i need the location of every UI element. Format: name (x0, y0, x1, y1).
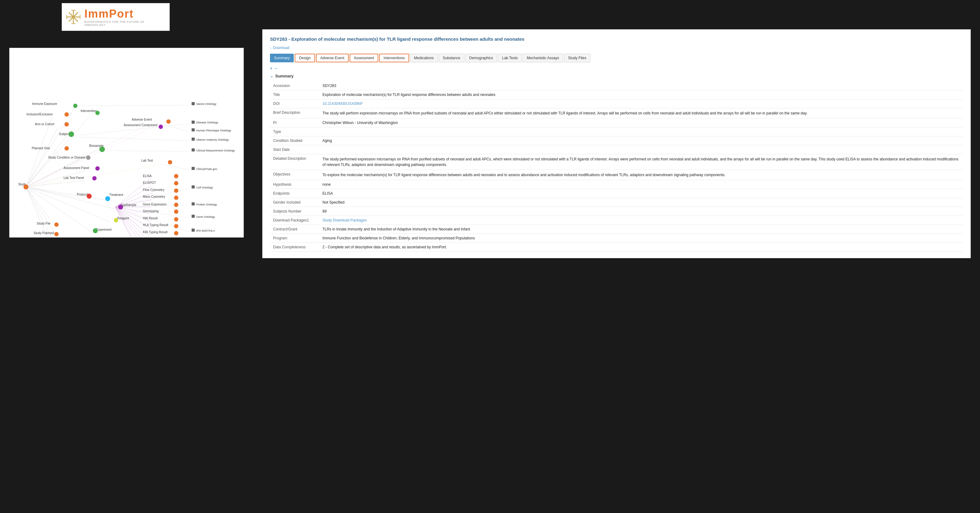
field-hypothesis-value: none (319, 180, 963, 189)
field-endpoints-value: ELISA (319, 189, 963, 198)
table-row: Data Completeness 2 - Complete set of de… (270, 243, 963, 252)
download-icon: ↓ (270, 46, 272, 50)
field-pi-value: Christopher Wilson - University of Washi… (319, 118, 963, 127)
svg-point-71 (114, 218, 118, 222)
svg-point-58 (24, 184, 29, 189)
svg-point-83 (174, 174, 178, 178)
svg-rect-103 (192, 186, 195, 189)
svg-point-85 (174, 189, 178, 193)
field-detailed-desc-label: Detailed Description (270, 154, 319, 170)
table-row: Title Exploration of molecular mechanism… (270, 91, 963, 99)
tab-adverse-event[interactable]: Adverse Event (316, 54, 349, 62)
graph-label-genotyping: Genotyping (143, 210, 159, 213)
svg-point-90 (174, 224, 178, 228)
tab-assessment[interactable]: Assessment (350, 54, 378, 62)
field-accession-label: Accession (270, 81, 319, 91)
graph-label-subject: Subject (59, 132, 69, 136)
graph-label-hla-typing: HLA Typing Result (143, 223, 168, 227)
ontology-vaccine: Vacine Ontology (196, 102, 216, 105)
graph-label-expsample: ExpSample (121, 203, 137, 206)
tab-mechanistic-assays[interactable]: Mechanistic Assays (523, 54, 563, 62)
doi-link[interactable]: 10.21430/M30USX09NF (323, 102, 363, 106)
field-detailed-desc-value: The study performed expression microarra… (319, 154, 963, 170)
ontology-cell: Cell Ontology (196, 186, 213, 189)
field-data-completeness-label: Data Completeness (270, 243, 319, 252)
nav-tabs: Summary Design Adverse Event Assessment … (270, 54, 963, 62)
field-accession-value: SDY283 (319, 81, 963, 91)
summary-chevron-icon: ⌄ (270, 74, 274, 78)
svg-point-91 (174, 231, 178, 235)
table-row: Brief Description The study will perform… (270, 108, 963, 118)
expand-all-btn[interactable]: + (270, 66, 272, 71)
tab-interventions[interactable]: Interventions (379, 54, 409, 62)
study-download-packages-link[interactable]: Study Download Packages (323, 218, 367, 222)
snowflake-icon (65, 9, 82, 25)
tab-design[interactable]: Design (295, 54, 315, 62)
graph-label-experiment: Experiment (96, 228, 112, 231)
graph-label-condition: Study Condition or Disease (48, 156, 86, 159)
table-row: DOI 10.21430/M30USX09NF (270, 99, 963, 108)
graph-label-elisa: ELISA (143, 174, 152, 178)
svg-point-87 (174, 203, 178, 207)
field-objectives-value: To explore the molecular mechanism(s) fo… (319, 170, 963, 180)
field-start-date-label: Start Date (270, 145, 319, 154)
logo-title: ImmPort (84, 7, 166, 21)
table-row: Endpoints ELISA (270, 189, 963, 198)
graph-label-planned-visit: Planned Visit (32, 146, 50, 150)
table-row: Gender Included Not Specified (270, 198, 963, 207)
collapse-all-btn[interactable]: − (275, 66, 277, 71)
svg-rect-99 (192, 128, 195, 132)
download-label: Download (273, 46, 290, 50)
field-pi-label: PI (270, 118, 319, 127)
field-contract-label: Contract/Grant (270, 225, 319, 234)
svg-rect-100 (192, 138, 195, 141)
tab-study-files[interactable]: Study Files (564, 54, 590, 62)
field-subjects-value: 89 (319, 207, 963, 216)
svg-rect-101 (192, 148, 195, 151)
summary-section-header[interactable]: ⌄ Summary (270, 74, 963, 78)
tab-medications[interactable]: Medications (410, 54, 438, 62)
graph-label-mass-cytometry: Mass Cytometry (143, 195, 165, 199)
graph-label-luminex: Luminex/MBAA (143, 237, 164, 238)
download-link[interactable]: ↓ Download (270, 46, 290, 50)
ontology-ipd: IPD-IMGT/HLA (196, 229, 215, 232)
graph-label-gene-expression: Gene Expression (143, 203, 167, 206)
svg-point-65 (99, 146, 105, 152)
graph-label-lab-test: Lab Test (141, 159, 153, 162)
svg-point-75 (54, 222, 59, 227)
graph-label-elispot: ELISPOT (143, 181, 156, 184)
svg-point-81 (166, 119, 171, 124)
svg-point-89 (174, 217, 178, 221)
table-row: Accession SDY283 (270, 81, 963, 91)
tab-demographics[interactable]: Demographics (465, 54, 497, 62)
table-row: Subjects Number 89 (270, 207, 963, 216)
table-row: Objectives To explore the molecular mech… (270, 170, 963, 180)
network-graph: Study Immune Exposure Inclusion/Exclusio… (10, 48, 244, 238)
svg-rect-102 (192, 167, 195, 170)
field-program-value: Immune Function and Biodefense in Childr… (319, 234, 963, 243)
field-hypothesis-label: Hypothesis (270, 180, 319, 189)
table-row: Download Packages1 Study Download Packag… (270, 216, 963, 225)
field-gender-value: Not Specified (319, 198, 963, 207)
graph-label-kir-typing: KIR Typing Result (143, 230, 167, 234)
ontology-protein: Protein Ontology (196, 203, 217, 206)
graph-label-assessment-panel: Assessment Panel (64, 166, 89, 170)
tab-summary[interactable]: Summary (270, 54, 294, 62)
svg-point-72 (93, 228, 98, 233)
svg-rect-105 (192, 215, 195, 218)
svg-point-70 (118, 205, 123, 210)
field-title-label: Title (270, 91, 319, 99)
table-row: Start Date (270, 145, 963, 154)
svg-rect-98 (192, 121, 195, 124)
field-contract-value: TLRs in Innate Immunity and the Inductio… (319, 225, 963, 234)
field-condition-value: Aging (319, 137, 963, 145)
graph-label-inclusion: Inclusion/Exclusion (27, 113, 53, 116)
graph-label-immune-exposure: Immune Exposure (32, 102, 57, 105)
field-start-date-value (319, 145, 963, 154)
graph-label-arm: Arm or Cohort (35, 122, 54, 126)
graph-label-study-file: Study File (37, 222, 51, 225)
svg-point-76 (54, 232, 59, 236)
tab-lab-tests[interactable]: Lab Tests (498, 54, 522, 62)
tab-substance[interactable]: Substance (439, 54, 465, 62)
ontology-clinical-trials: ClinicalTrials.gov (196, 167, 217, 171)
